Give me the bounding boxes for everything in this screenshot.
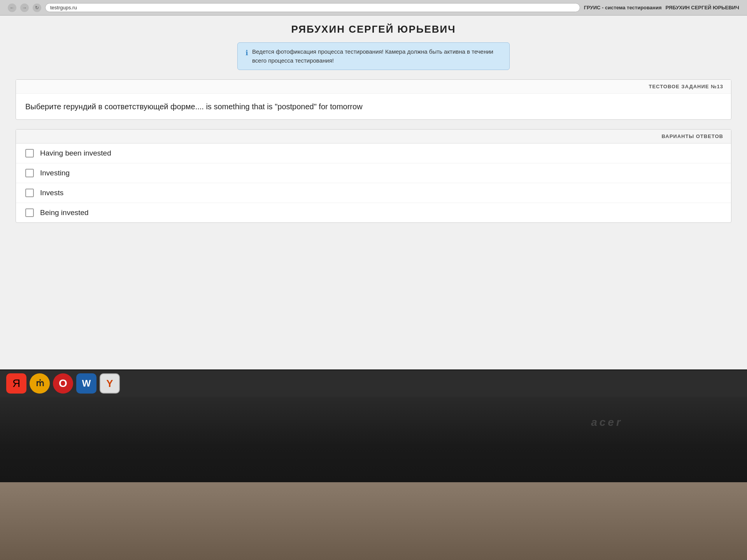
task-box: ТЕСТОВОЕ ЗАДАНИЕ №13 Выберите герундий в…	[16, 79, 731, 120]
browser-name-label: РЯБУХИН СЕРГЕЙ ЮРЬЕВИЧ	[666, 5, 740, 10]
info-banner: ℹ Ведется фотофиксация процесса тестиров…	[237, 42, 510, 70]
answer-text-3: Invests	[40, 189, 63, 197]
answers-header: ВАРИАНТЫ ОТВЕТОВ	[16, 130, 731, 144]
answer-text-2: Investing	[40, 169, 70, 177]
answer-checkbox-4[interactable]	[25, 208, 34, 217]
answer-row-4[interactable]: Being invested	[16, 203, 731, 222]
browser-user-label: ГРУИС - система тестирования	[584, 5, 662, 10]
info-banner-text: Ведется фотофиксация процесса тестирован…	[252, 47, 502, 65]
monitor-screen: ← → ↻ testrgups.ru ГРУИС - система тести…	[0, 0, 747, 397]
desk-surface	[0, 482, 747, 560]
task-question: Выберите герундий в соответствующей форм…	[16, 94, 731, 119]
browser-bar: ← → ↻ testrgups.ru ГРУИС - система тести…	[0, 0, 747, 16]
forward-button[interactable]: →	[20, 4, 29, 12]
taskbar-yandex-icon[interactable]: Я	[6, 373, 26, 394]
answer-checkbox-3[interactable]	[25, 189, 34, 197]
answers-box: ВАРИАНТЫ ОТВЕТОВ Having been invested In…	[16, 129, 731, 223]
back-button[interactable]: ←	[8, 4, 16, 12]
taskbar: Я ṁ O W Y	[0, 369, 747, 397]
answer-text-1: Having been invested	[40, 149, 111, 158]
answer-checkbox-1[interactable]	[25, 149, 34, 158]
monitor-bottom: acer	[0, 397, 747, 560]
answer-text-4: Being invested	[40, 208, 89, 217]
taskbar-yabrowser-icon[interactable]: Y	[100, 373, 120, 394]
address-bar[interactable]: testrgups.ru	[45, 3, 580, 12]
answer-row-1[interactable]: Having been invested	[16, 144, 731, 163]
info-icon: ℹ	[245, 48, 248, 58]
monitor-brand-label: acer	[591, 416, 623, 429]
user-name-header: РЯБУХИН СЕРГЕЙ ЮРЬЕВИЧ	[16, 23, 731, 35]
taskbar-word-icon[interactable]: W	[76, 373, 96, 394]
answer-row-3[interactable]: Invests	[16, 183, 731, 203]
refresh-button[interactable]: ↻	[33, 4, 41, 12]
answer-checkbox-2[interactable]	[25, 169, 34, 177]
task-label: ТЕСТОВОЕ ЗАДАНИЕ №13	[16, 80, 731, 94]
taskbar-opera-icon[interactable]: O	[53, 373, 73, 394]
answer-row-2[interactable]: Investing	[16, 163, 731, 183]
taskbar-mumble-icon[interactable]: ṁ	[30, 373, 50, 394]
page-content: РЯБУХИН СЕРГЕЙ ЮРЬЕВИЧ ℹ Ведется фотофик…	[0, 16, 747, 397]
